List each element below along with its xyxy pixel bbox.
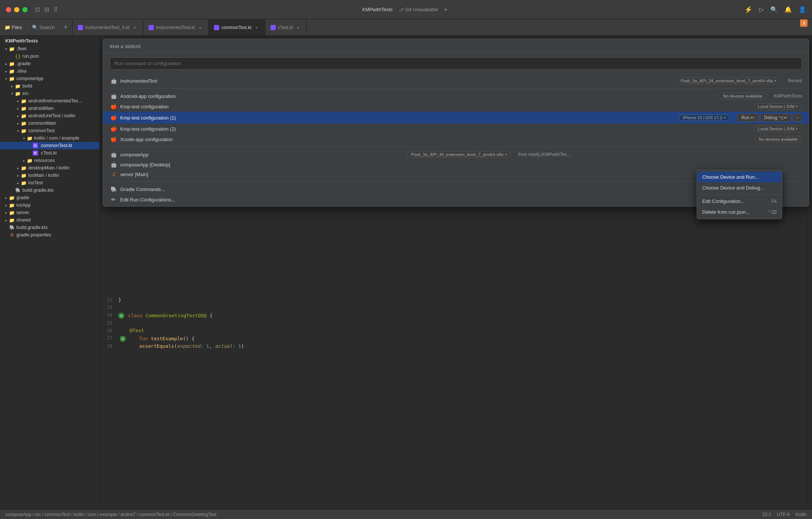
minimize-button[interactable] <box>14 7 19 12</box>
tree-item-commonMain[interactable]: ▸ 📁 commonMain <box>0 120 99 127</box>
tree-label: .fleet <box>16 46 26 51</box>
tab-InstrumentedTest_A[interactable]: InstrumentedTest_A.kt × <box>73 19 143 35</box>
folder-icon: 📁 <box>15 83 21 89</box>
tree-item-iosTest[interactable]: ▸ 📁 iosTest <box>0 179 99 187</box>
tab-close-btn[interactable]: × <box>132 25 138 31</box>
ctx-item-edit-config[interactable]: Edit Configuration... F4 <box>697 196 782 207</box>
tree-item-iosApp[interactable]: ▸ 📁 iosApp <box>0 201 99 209</box>
files-label[interactable]: 📁 Files <box>4 25 22 30</box>
tab-label: InstrumentedTest_A.kt <box>85 25 130 30</box>
tree-item-gradle-properties[interactable]: ⚙ gradle.properties <box>0 231 99 239</box>
ctx-item-choose-device-debug[interactable]: Choose Device and Debug... <box>697 182 782 193</box>
config-kmp-test-2[interactable]: 🍎 Kmp-test configuration (2) Local Devic… <box>103 124 809 134</box>
ctx-item-delete-run[interactable]: Delete from run.json... ⌃⌫ <box>697 207 782 217</box>
tree-item-kotlin-com-example[interactable]: ▾ 📁 kotlin / com / example <box>0 134 99 142</box>
panel-toggle-icon[interactable]: ⊟ <box>44 6 49 13</box>
tree-label: commonTest <box>28 128 55 133</box>
cursor-position[interactable]: 22:2 <box>763 512 771 517</box>
device-name: Local Device | JVM <box>758 104 795 109</box>
tree-item-fleet[interactable]: ▾ 📁 .fleet <box>0 45 99 52</box>
tree-item-src[interactable]: ▾ 📁 src <box>0 90 99 97</box>
kotlin-file-icon: K <box>33 143 38 148</box>
profile-icon[interactable]: 👤 <box>799 6 806 13</box>
tree-item-run-json[interactable]: { } run.json <box>0 52 99 60</box>
encoding[interactable]: UTF-8 <box>777 512 790 517</box>
device-badge[interactable]: Local Device | JVM ▾ <box>754 125 802 132</box>
search-label[interactable]: 🔍 Search <box>32 25 55 30</box>
device-badge[interactable]: No devices available <box>755 136 802 143</box>
tree-item-resources[interactable]: ▸ 📁 resources <box>0 157 99 164</box>
tree-label: .gradle <box>16 61 31 66</box>
debug-button[interactable]: Debug ⌥↩ <box>760 114 792 122</box>
tree-item-build[interactable]: ▸ 📁 build <box>0 82 99 90</box>
tree-item-gradle-root[interactable]: ▸ 📁 gradle <box>0 194 99 201</box>
tree-item-shared[interactable]: ▸ 📁 shared <box>0 216 99 224</box>
folder-icon: 📁 <box>9 217 15 223</box>
tree-item-build-gradle[interactable]: 🐘 build.gradle.kts <box>0 187 99 194</box>
sidebar-toggle-icon[interactable]: ⊡ <box>35 6 40 13</box>
play-icon[interactable]: ▷ <box>759 6 764 13</box>
tree-item-androidMain[interactable]: ▸ 📁 androidMain <box>0 105 99 112</box>
caret-icon: ▾ <box>505 153 507 156</box>
config-xcode-app[interactable]: 🍎 Xcode-app configuration No devices ava… <box>103 134 809 144</box>
close-button[interactable] <box>6 7 11 12</box>
tab-InstrumentedTest[interactable]: InstrumentedTest.kt × <box>143 19 209 35</box>
tab-commonTest[interactable]: commonTest.kt × <box>209 19 265 35</box>
folder-icon: 📁 <box>9 210 15 216</box>
config-kmp-test[interactable]: 🍎 Kmp-test configuration Local Device | … <box>103 101 809 112</box>
config-composeApp-desktop[interactable]: 🤖 composeApp [Desktop] <box>103 160 809 169</box>
device-badge[interactable]: No devices available <box>719 93 766 99</box>
config-android-app[interactable]: 🤖 Android-app configuration No devices a… <box>103 91 809 101</box>
tree-item-composeApp[interactable]: ▾ 📁 composeApp <box>0 75 99 82</box>
ctx-shortcut: F4 <box>771 199 777 204</box>
run-button[interactable]: Run ↩ <box>737 114 758 122</box>
device-badge[interactable]: Pixel_3a_API_34_extension_level_7_arm64-… <box>677 77 780 84</box>
run-gutter-btn[interactable] <box>118 313 124 319</box>
tabs-container: InstrumentedTest_A.kt × InstrumentedTest… <box>73 19 800 35</box>
device-badge[interactable]: Pixel_3a_API_34_extension_level_7_arm64-… <box>407 151 511 158</box>
lightning-icon[interactable]: ⚡ <box>744 6 752 14</box>
fullscreen-button[interactable] <box>22 7 28 12</box>
tree-item-build-gradle-root[interactable]: 🐘 build.gradle.kts <box>0 224 99 231</box>
folder-icon: 📁 <box>21 128 27 134</box>
bell-icon[interactable]: 🔔 <box>784 6 792 13</box>
tree-item-cTest-kt[interactable]: K cTest.kt <box>0 149 99 157</box>
config-composeApp[interactable]: 🤖 composeApp Pixel_3a_API_34_extension_l… <box>103 149 809 160</box>
tab-close-btn[interactable]: × <box>295 25 301 31</box>
tree-item-desktopMain[interactable]: ▸ 📁 desktopMain / kotlin <box>0 164 99 172</box>
tree-item-androidUnitTest[interactable]: ▸ 📁 androidUnitTest / kotlin <box>0 112 99 120</box>
config-kmp-test-1[interactable]: 🍎 Kmp-test configuration (1) iPhone 15 |… <box>103 112 809 124</box>
add-user-button[interactable]: + <box>444 6 447 13</box>
config-instrumented[interactable]: 🤖 InstrumentedTest Pixel_3a_API_34_exten… <box>103 76 809 86</box>
tree-item-gradle[interactable]: ▸ 📁 .gradle <box>0 60 99 67</box>
tree-item-iosMain[interactable]: ▸ 📁 iosMain / kotlin <box>0 172 99 179</box>
tab-close-btn[interactable]: × <box>197 25 203 31</box>
device-name: Pixel_3a_API_34_extension_level_7_arm64-… <box>681 79 773 83</box>
grid-icon[interactable]: ⠿ <box>54 6 58 13</box>
tab-cTest[interactable]: cTest.kt × <box>265 19 307 35</box>
more-options-button[interactable]: ··· <box>793 114 802 122</box>
run-gutter-btn[interactable] <box>120 336 126 342</box>
file-type[interactable]: Kotlin <box>796 512 807 517</box>
tree-item-idea[interactable]: ▸ 📁 .idea <box>0 67 99 75</box>
tab-close-btn[interactable]: × <box>254 25 260 31</box>
run-command-input[interactable] <box>110 57 802 70</box>
tab-label: commonTest.kt <box>221 25 252 30</box>
status-bar: composeApp / src / commonTest / kotlin /… <box>0 509 812 519</box>
kotlin-icon <box>214 25 219 30</box>
tree-label: build.gradle.kts <box>16 225 48 230</box>
main-layout: KMPwithTests ▾ 📁 .fleet { } run.json ▸ 📁 <box>0 36 812 509</box>
sidebar-toggle-area: 📁 Files | 🔍 Search + <box>0 19 73 35</box>
tab-add-btn[interactable]: + <box>64 23 68 31</box>
tree-arrow: ▸ <box>3 68 9 74</box>
tree-item-commonTest-kt[interactable]: K commonTest.kt <box>0 142 99 149</box>
tree-item-androidInstrumentedTests[interactable]: ▸ 📁 androidInstrumentedTes... <box>0 97 99 105</box>
tree-item-server[interactable]: ▸ 📁 server <box>0 209 99 216</box>
tree-item-commonTest-folder[interactable]: ▾ 📁 commonTest <box>0 127 99 134</box>
notification-badge[interactable]: 3 <box>800 19 808 27</box>
search-icon[interactable]: 🔍 <box>770 6 778 13</box>
ctx-item-choose-device-run[interactable]: Choose Device and Run... <box>697 172 782 182</box>
device-badge[interactable]: Local Device | JVM ▾ <box>754 103 802 110</box>
gradle-icon: 🐘 <box>15 187 21 193</box>
device-badge[interactable]: iPhone 15 | iOS 17.2 ▾ <box>679 114 730 121</box>
